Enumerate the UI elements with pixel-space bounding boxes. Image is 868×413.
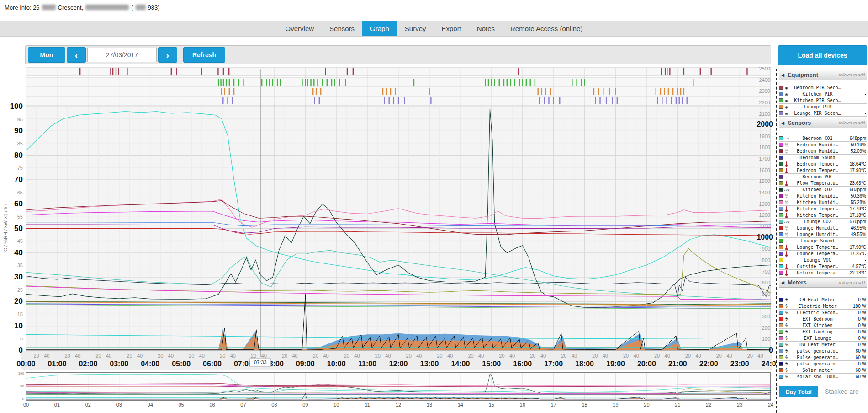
svg-text:08: 08 xyxy=(271,402,277,408)
section-header-sensors[interactable]: ◀Sensorsrollover to add xyxy=(779,118,867,128)
device-row[interactable]: ◉Kitchen PIR Seco…- xyxy=(779,97,867,104)
bolt-icon: ϟ xyxy=(783,355,790,360)
strip-tick-kitchen-pir-secondary xyxy=(310,79,311,86)
device-row[interactable]: Bedroom Sound- xyxy=(779,155,867,161)
tab-overview[interactable]: Overview xyxy=(278,21,322,36)
strip-tick-bedroom-pir-secondary xyxy=(79,68,80,75)
device-row[interactable]: ◉Lounge PIR- xyxy=(779,104,867,110)
more-info-bar: More Info: 26 Crescent, (983) xyxy=(0,0,868,15)
device-row[interactable]: ϟpulse generato…0 W xyxy=(779,361,867,367)
strip-tick-lounge-pir xyxy=(221,88,222,95)
tab-survey[interactable]: Survey xyxy=(397,21,434,36)
device-row[interactable]: %RHKitchen Humidi…55.28% xyxy=(779,199,867,206)
tab-graph[interactable]: Graph xyxy=(362,21,397,36)
tab-notes[interactable]: Notes xyxy=(469,21,503,36)
device-row[interactable]: Bedroom Temper…18.64°C xyxy=(779,161,867,167)
device-row[interactable]: co₂Bedroom CO2648ppm xyxy=(779,135,867,142)
device-row[interactable]: ϟElectric Secon…0 W xyxy=(779,310,867,316)
strip-tick-kitchen-pir-secondary xyxy=(277,79,278,86)
svg-text:40: 40 xyxy=(354,353,360,359)
device-row[interactable]: ϟEXT Kitchen0 W xyxy=(779,322,867,329)
thermometer-icon xyxy=(783,251,790,257)
device-row[interactable]: Return Tempera…22.13°C xyxy=(779,270,867,276)
section-header-equipment[interactable]: ◀Equipmentrollover to add xyxy=(779,70,867,80)
section-header-meters[interactable]: ◀Metersrollover to add xyxy=(779,277,867,288)
device-value: 49.55% xyxy=(845,232,867,237)
overview-chart[interactable]: 1005000001020304050607080910111213141516… xyxy=(18,371,774,408)
device-row[interactable]: ϟCH Heat Meter0 W xyxy=(779,297,867,303)
device-row[interactable]: %RHBedroom Humidi…50.19% xyxy=(779,142,867,148)
device-row[interactable]: ϟSolar meter60 W xyxy=(779,367,867,374)
device-value: - xyxy=(845,111,867,116)
day-total-button[interactable]: Day Total xyxy=(779,386,818,397)
svg-text:40: 40 xyxy=(478,353,484,359)
device-row[interactable]: ϟPulse generato…60 W xyxy=(779,354,867,361)
device-row[interactable]: Kitchen Temper…17.79°C xyxy=(779,206,867,212)
device-row[interactable]: ϟHW Heat Meter0 W xyxy=(779,342,867,348)
device-row[interactable]: ϟEXT Landing0 W xyxy=(779,329,867,335)
device-name: EXT Landing xyxy=(790,329,845,334)
svg-text:02: 02 xyxy=(85,402,91,408)
main-chart-canvas[interactable]: 0510152025303540455055606570758085909510… xyxy=(0,64,868,413)
device-row[interactable]: Lounge Tempera…17.90°C xyxy=(779,244,867,251)
day-button[interactable]: Mon xyxy=(28,47,65,63)
app-window: More Info: 26 Crescent, (983) OverviewSe… xyxy=(0,0,868,413)
tab-export[interactable]: Export xyxy=(434,21,469,36)
device-row[interactable]: ◉Kitchen PIR- xyxy=(779,91,867,97)
svg-text:2100: 2100 xyxy=(759,111,770,117)
device-row[interactable]: %RHBedroom Humidi…52.09% xyxy=(779,148,867,155)
prev-day-button[interactable]: ‹ xyxy=(67,47,86,63)
device-row[interactable]: %RHLounge Humidit…46.95% xyxy=(779,225,867,231)
device-value: - xyxy=(845,238,867,243)
series-color-swatch xyxy=(779,200,783,204)
device-row[interactable]: ϟEXT Bedroom0 W xyxy=(779,316,867,322)
device-row[interactable]: %RHKitchen Humidi…50.36% xyxy=(779,193,867,199)
device-row[interactable]: co₂Lounge CO2570ppm xyxy=(779,219,867,225)
device-row[interactable]: ϟsolar sno 1888…60 W xyxy=(779,374,867,380)
svg-text:35: 35 xyxy=(17,263,23,268)
bolt-icon: ϟ xyxy=(783,297,790,302)
device-row[interactable]: co₂Kitchen CO2683ppm xyxy=(779,187,867,193)
date-field[interactable]: 27/03/2017 xyxy=(87,48,157,62)
strip-tick-lounge-pir xyxy=(233,88,234,95)
device-row[interactable]: ◉Bedroom PIR Seco…- xyxy=(779,85,867,91)
svg-text:40: 40 xyxy=(540,353,546,359)
svg-text:100: 100 xyxy=(762,336,770,342)
strip-tick-lounge-pir-secondary xyxy=(388,97,389,104)
device-row[interactable]: ϟpulse generato…60 W xyxy=(779,348,867,354)
refresh-button[interactable]: Refresh xyxy=(183,47,225,63)
svg-text:2000: 2000 xyxy=(757,120,773,128)
svg-text:20: 20 xyxy=(406,353,412,359)
next-day-button[interactable]: › xyxy=(158,47,177,63)
device-row[interactable]: Outside Temper…4.57°C xyxy=(779,263,867,270)
svg-text:20: 20 xyxy=(561,353,566,359)
device-row[interactable]: Flow Temperatu…23.63°C xyxy=(779,180,867,187)
device-row[interactable]: ϟElectric Meter180 W xyxy=(779,303,867,310)
humidity-icon: %RH xyxy=(783,143,790,147)
svg-text:40: 40 xyxy=(665,353,670,359)
device-row[interactable]: %RHLounge Humidit…49.55% xyxy=(779,231,867,238)
device-row[interactable]: Bedroom VOC- xyxy=(779,174,867,180)
device-value: 0 W xyxy=(845,316,867,322)
device-row[interactable]: Lounge VOC- xyxy=(779,257,867,263)
device-row[interactable]: Lounge Tempera…17.25°C xyxy=(779,251,867,257)
strip-tick-kitchen-pir-secondary xyxy=(345,79,346,86)
device-name: Solar meter xyxy=(790,368,845,373)
device-row[interactable]: ◉Lounge PIR Secon…- xyxy=(779,110,867,117)
svg-text:03: 03 xyxy=(116,402,122,408)
series-color-swatch xyxy=(779,336,783,340)
device-row[interactable]: Kitchen Temper…17.18°C xyxy=(779,212,867,219)
load-all-devices-button[interactable]: Load all devices xyxy=(778,45,867,65)
device-row[interactable]: Bedroom Temper…17.90°C xyxy=(779,167,867,174)
series-color-swatch xyxy=(779,226,783,230)
tab-remote-access-online[interactable]: Remote Access (online) xyxy=(503,21,590,36)
series-color-swatch xyxy=(779,92,783,96)
strip-tick-lounge-pir xyxy=(660,88,661,95)
device-row[interactable]: ϟEXT Lounge0 W xyxy=(779,335,867,342)
device-row[interactable]: Lounge Sound- xyxy=(779,238,867,244)
svg-text:70: 70 xyxy=(14,175,23,184)
svg-text:40: 40 xyxy=(137,353,143,359)
svg-text:20: 20 xyxy=(375,353,381,359)
strip-tick-kitchen-pir-secondary xyxy=(223,79,224,86)
tab-sensors[interactable]: Sensors xyxy=(322,21,362,36)
